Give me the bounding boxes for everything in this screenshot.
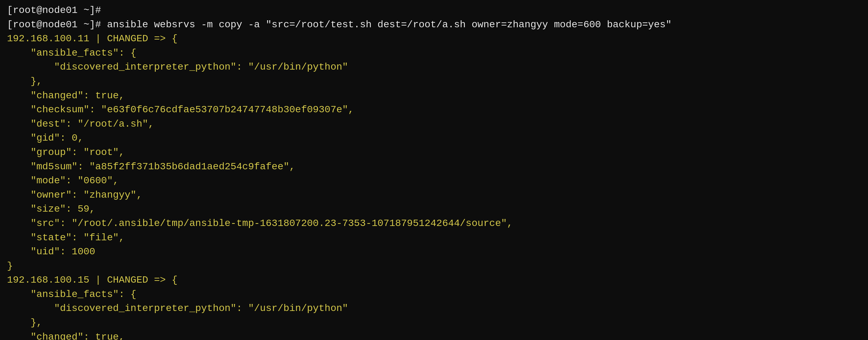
terminal-line-size-1: "size": 59,: [7, 202, 861, 217]
terminal-line-state-1: "state": "file",: [7, 231, 861, 245]
terminal-line-uid-1: "uid": 1000: [7, 245, 861, 259]
terminal-line-changed-bool-1: "changed": true,: [7, 89, 861, 103]
terminal-line-changed-1: 192.168.100.11 | CHANGED => {: [7, 32, 861, 46]
terminal-line-command: [root@node01 ~]# ansible websrvs -m copy…: [7, 18, 861, 32]
terminal-line-ansible-facts-open-2: "ansible_facts": {: [7, 288, 861, 302]
terminal-line-discovered-python-2: "discovered_interpreter_python": "/usr/b…: [7, 302, 861, 316]
terminal-line-src-1: "src": "/root/.ansible/tmp/ansible-tmp-1…: [7, 217, 861, 231]
terminal-line-owner-1: "owner": "zhangyy",: [7, 188, 861, 203]
terminal-line-changed-2: 192.168.100.15 | CHANGED => {: [7, 273, 861, 288]
terminal-line-prompt-root: [root@node01 ~]#: [7, 3, 861, 18]
terminal-container: [root@node01 ~]# [root@node01 ~]# ansibl…: [7, 3, 861, 340]
terminal-line-group-1: "group": "root",: [7, 146, 861, 160]
terminal-line-ansible-facts-open-1: "ansible_facts": {: [7, 46, 861, 61]
terminal-line-discovered-python-1: "discovered_interpreter_python": "/usr/b…: [7, 60, 861, 75]
terminal-line-changed-bool-2: "changed": true,: [7, 330, 861, 340]
terminal-line-checksum-1: "checksum": "e63f0f6c76cdfae53707b247477…: [7, 103, 861, 117]
terminal-line-gid-1: "gid": 0,: [7, 131, 861, 146]
terminal-line-close-1: }: [7, 259, 861, 274]
terminal-line-md5sum-1: "md5sum": "a85f2ff371b35b6dad1aed254c9fa…: [7, 160, 861, 174]
terminal-line-ansible-facts-close-1: },: [7, 75, 861, 89]
terminal-line-ansible-facts-close-2: },: [7, 316, 861, 330]
terminal-line-dest-1: "dest": "/root/a.sh",: [7, 117, 861, 132]
terminal-line-mode-1: "mode": "0600",: [7, 174, 861, 188]
